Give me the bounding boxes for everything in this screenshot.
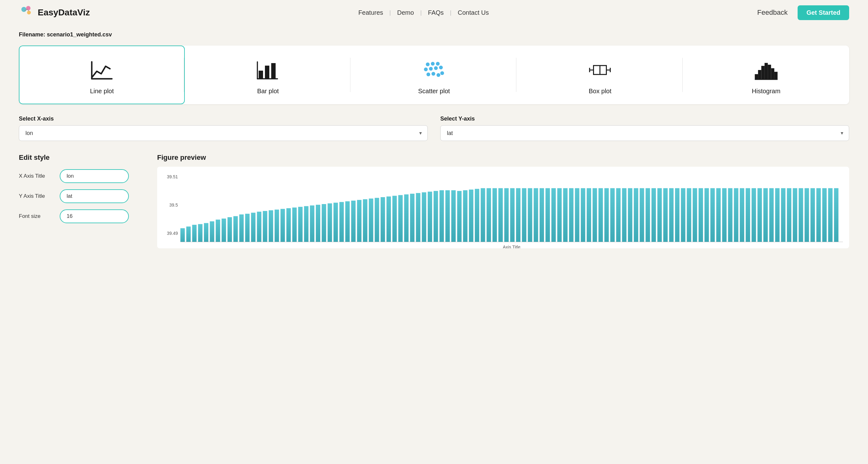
font-size-label: Font size (19, 213, 54, 220)
svg-rect-79 (428, 192, 432, 242)
svg-point-17 (434, 66, 438, 70)
svg-rect-106 (587, 188, 591, 242)
nav-contact[interactable]: Contact Us (452, 9, 495, 16)
svg-rect-57 (298, 207, 303, 242)
svg-rect-48 (245, 214, 250, 242)
svg-rect-105 (581, 188, 585, 242)
svg-rect-113 (628, 188, 632, 242)
svg-rect-114 (634, 188, 638, 242)
svg-rect-41 (204, 223, 208, 242)
svg-rect-121 (675, 188, 679, 242)
filename-label: Filename: scenario1_weighted.csv (19, 31, 849, 38)
svg-rect-45 (227, 217, 232, 242)
header: EasyDataViz Features | Demo | FAQs | Con… (0, 0, 868, 25)
svg-rect-118 (657, 188, 662, 242)
svg-rect-69 (369, 198, 373, 242)
svg-rect-51 (263, 211, 267, 242)
svg-rect-37 (180, 228, 185, 242)
svg-rect-74 (398, 195, 403, 242)
chart-type-scatter[interactable]: Scatter plot (351, 45, 517, 104)
svg-rect-129 (722, 188, 726, 242)
svg-rect-62 (328, 203, 332, 242)
svg-rect-148 (834, 188, 838, 242)
svg-rect-107 (593, 188, 597, 242)
svg-rect-91 (498, 188, 503, 242)
svg-rect-80 (434, 191, 438, 242)
svg-rect-40 (198, 224, 203, 242)
nav-faqs[interactable]: FAQs (422, 9, 450, 16)
svg-rect-108 (598, 188, 603, 242)
svg-rect-30 (758, 70, 761, 79)
svg-rect-83 (451, 190, 456, 242)
svg-rect-117 (651, 188, 656, 242)
svg-rect-71 (380, 197, 385, 242)
y-axis-title-input[interactable] (60, 189, 129, 203)
svg-rect-58 (304, 206, 308, 242)
y-axis-select[interactable]: lat lon weight (440, 125, 849, 141)
logo-text: EasyDataViz (38, 7, 90, 18)
nav: Features | Demo | FAQs | Contact Us (352, 9, 495, 16)
svg-rect-78 (422, 193, 426, 242)
svg-rect-85 (463, 190, 467, 242)
svg-rect-75 (404, 194, 408, 242)
svg-point-13 (431, 62, 435, 66)
svg-rect-29 (755, 74, 758, 79)
svg-point-2 (27, 11, 31, 14)
svg-rect-101 (557, 188, 562, 242)
x-axis-group: Select X-axis lon lat weight ▼ (19, 115, 428, 141)
svg-rect-96 (528, 188, 532, 242)
svg-rect-128 (716, 188, 721, 242)
axis-selectors: Select X-axis lon lat weight ▼ Select Y-… (19, 115, 849, 141)
nav-demo[interactable]: Demo (391, 9, 420, 16)
bar-plot-icon (255, 58, 281, 82)
font-size-input[interactable] (60, 209, 129, 223)
svg-rect-60 (316, 205, 320, 242)
svg-rect-59 (310, 205, 314, 242)
svg-point-21 (436, 73, 440, 77)
x-axis-title-field: X Axis Title (19, 169, 138, 183)
box-plot-label: Box plot (589, 88, 611, 95)
svg-rect-63 (334, 203, 338, 242)
svg-rect-33 (768, 65, 771, 79)
svg-rect-43 (216, 220, 220, 242)
get-started-button[interactable]: Get Started (798, 5, 849, 20)
line-plot-label: Line plot (90, 88, 114, 95)
y-axis-title-label: Y Axis Title (19, 193, 54, 199)
svg-point-15 (424, 67, 428, 71)
chart-type-line[interactable]: Line plot (19, 45, 185, 104)
y-label-bot: 39.49 (167, 231, 178, 236)
svg-rect-65 (345, 201, 350, 242)
svg-rect-61 (322, 204, 326, 242)
svg-rect-55 (286, 208, 291, 242)
x-axis-title-input[interactable] (60, 169, 129, 183)
chart-type-box[interactable]: Box plot (517, 45, 683, 104)
svg-point-22 (440, 71, 444, 75)
svg-rect-131 (734, 188, 738, 242)
svg-rect-54 (281, 209, 285, 242)
svg-rect-42 (210, 221, 214, 242)
svg-line-4 (28, 10, 29, 11)
svg-rect-95 (522, 188, 526, 242)
feedback-link[interactable]: Feedback (757, 8, 788, 16)
svg-rect-9 (271, 63, 276, 79)
nav-features[interactable]: Features (352, 9, 390, 16)
bar-plot-label: Bar plot (257, 88, 279, 95)
svg-rect-52 (269, 210, 273, 242)
y-label-mid: 39.5 (169, 202, 178, 207)
font-size-field: Font size (19, 209, 138, 223)
svg-rect-146 (822, 188, 827, 242)
chart-type-bar[interactable]: Bar plot (185, 45, 351, 104)
line-plot-icon (89, 58, 114, 82)
svg-point-12 (426, 63, 430, 66)
svg-rect-120 (669, 188, 674, 242)
svg-rect-76 (410, 194, 414, 242)
svg-rect-126 (705, 188, 709, 242)
header-right: Feedback Get Started (757, 5, 849, 20)
svg-rect-53 (275, 210, 279, 242)
svg-rect-56 (292, 207, 297, 242)
svg-rect-138 (775, 188, 780, 242)
chart-type-histogram[interactable]: Histogram (683, 45, 849, 104)
x-axis-label: Select X-axis (19, 115, 428, 122)
x-axis-select[interactable]: lon lat weight (19, 125, 428, 141)
svg-rect-110 (610, 188, 615, 242)
